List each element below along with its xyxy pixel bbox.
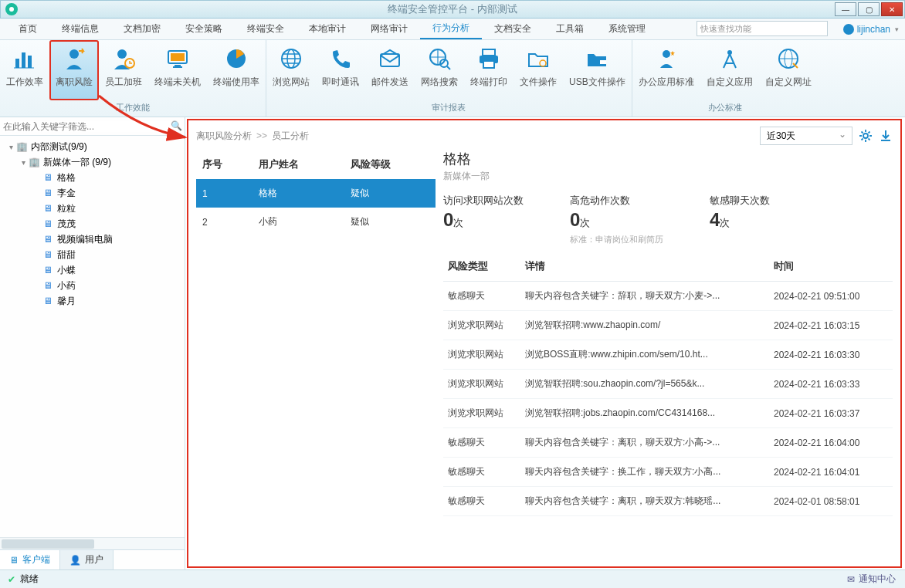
ribbon-usage-rate[interactable]: 终端使用率: [207, 40, 266, 100]
stat-sensitive-chat: 敏感聊天次数 4次: [710, 194, 770, 245]
breadcrumb-sep: >>: [256, 130, 267, 141]
status-text: 就绪: [20, 573, 39, 586]
risk-row[interactable]: 敏感聊天聊天内容包含关键字：离职，聊天双方:小高->...2024-02-21 …: [443, 428, 893, 458]
employee-row[interactable]: 1 格格 疑似: [196, 179, 436, 208]
svg-rect-20: [600, 60, 606, 64]
user-menu[interactable]: lijinchan ▾: [843, 19, 899, 39]
search-icon[interactable]: 🔍: [171, 120, 181, 131]
ribbon-turnover-risk[interactable]: 离职风险: [49, 40, 99, 100]
notification-center[interactable]: ✉ 通知中心: [847, 573, 896, 586]
tree-client[interactable]: 🖥甜甜: [0, 247, 185, 262]
download-icon[interactable]: [879, 129, 893, 143]
ribbon-group-label: 工作效能: [0, 100, 266, 117]
pc-icon: 🖥: [42, 250, 54, 259]
menu-doc-encrypt[interactable]: 文档加密: [111, 19, 173, 39]
phone-icon: [328, 46, 353, 71]
risk-row[interactable]: 浏览求职网站浏览智联招聘:www.zhaopin.com/2024-02-21 …: [443, 311, 893, 340]
ribbon-not-shutdown[interactable]: 终端未关机: [148, 40, 207, 100]
menu-local-audit[interactable]: 本地审计: [297, 19, 358, 39]
menu-doc-security[interactable]: 文档安全: [482, 19, 544, 39]
ribbon-work-efficiency[interactable]: 工作效率: [0, 40, 49, 100]
menu-terminal-security[interactable]: 终端安全: [235, 19, 297, 39]
tree-client[interactable]: 🖥李金: [0, 185, 185, 201]
folder-usb-icon: [585, 46, 609, 71]
pc-icon: 🖥: [42, 188, 54, 198]
ribbon-im[interactable]: 即时通讯: [316, 40, 365, 100]
menu-network-audit[interactable]: 网络审计: [358, 19, 420, 39]
quick-search-input[interactable]: 快速查找功能: [697, 21, 828, 36]
risk-row[interactable]: 敏感聊天聊天内容包含关键字：辞职，聊天双方:小麦->...2024-02-21 …: [443, 282, 893, 311]
window-controls: — ▢ ✕: [835, 2, 903, 16]
ribbon-fileop[interactable]: 文件操作: [514, 40, 563, 100]
sidebar-tabs: 🖥客户端 👤用户: [0, 549, 185, 569]
ribbon-websearch[interactable]: 网络搜索: [415, 40, 464, 100]
pie-chart-icon: [224, 46, 249, 71]
breadcrumb-item[interactable]: 离职风险分析: [196, 130, 252, 143]
sidebar-tab-client[interactable]: 🖥客户端: [0, 550, 60, 569]
sidebar-scrollbar[interactable]: [0, 537, 185, 549]
risk-row[interactable]: 浏览求职网站浏览智联招聘:sou.zhaopin.com/?jl=565&k..…: [443, 370, 893, 399]
risk-row[interactable]: 敏感聊天聊天内容包含关键字：换工作，聊天双方:小高...2024-02-21 1…: [443, 458, 893, 487]
svg-point-4: [117, 49, 127, 59]
ribbon-usb-fileop[interactable]: USB文件操作: [563, 40, 632, 100]
close-button[interactable]: ✕: [881, 2, 903, 16]
minimize-button[interactable]: —: [835, 2, 856, 16]
tree-client[interactable]: 🖥粒粒: [0, 201, 185, 216]
content-toolbar: 近30天: [760, 127, 893, 145]
ribbon-print[interactable]: 终端打印: [464, 40, 514, 100]
chevron-down-icon: ▾: [895, 25, 899, 33]
gear-icon[interactable]: [859, 129, 873, 143]
org-tree: ▾🏢内部测试(9/9) ▾🏢新媒体一部 (9/9) 🖥格格 🖥李金 🖥粒粒 🖥茂…: [0, 136, 185, 537]
sidebar: 🔍 ▾🏢内部测试(9/9) ▾🏢新媒体一部 (9/9) 🖥格格 🖥李金 🖥粒粒 …: [0, 117, 185, 569]
tree-client[interactable]: 🖥茂茂: [0, 216, 185, 231]
employee-row[interactable]: 2 小药 疑似: [196, 208, 436, 236]
svg-point-3: [69, 49, 79, 59]
risk-row[interactable]: 敏感聊天聊天内容包含关键字：离职，聊天双方:韩晓瑶...2024-02-01 0…: [443, 487, 893, 516]
user-icon: [843, 24, 854, 35]
maximize-button[interactable]: ▢: [858, 2, 880, 16]
menu-home[interactable]: 首页: [6, 19, 49, 39]
menu-terminal-info[interactable]: 终端信息: [49, 19, 111, 39]
sidebar-filter[interactable]: 🔍: [0, 117, 185, 136]
ribbon-overtime[interactable]: 员工加班: [99, 40, 148, 100]
ribbon-custom-app[interactable]: 自定义应用: [700, 40, 759, 100]
tree-client[interactable]: 🖥视频编辑电脑: [0, 231, 185, 247]
menu-behavior-analysis[interactable]: 行为分析: [420, 19, 482, 39]
pc-icon: 🖥: [42, 281, 54, 290]
risk-row[interactable]: 浏览求职网站浏览BOSS直聘:www.zhipin.com/sem/10.ht.…: [443, 340, 893, 370]
sidebar-tab-user[interactable]: 👤用户: [60, 550, 114, 569]
folder-gear-icon: [526, 46, 551, 71]
pc-icon: 🖥: [42, 296, 54, 306]
user-name: lijinchan: [857, 24, 890, 35]
col-risk-type: 风险类型: [443, 252, 520, 282]
tree-client[interactable]: 🖥馨月: [0, 293, 185, 309]
ribbon-office-std[interactable]: 办公应用标准: [632, 40, 700, 100]
menu-security-policy[interactable]: 安全策略: [173, 19, 235, 39]
ribbon-email[interactable]: 邮件发送: [365, 40, 415, 100]
ribbon-custom-url[interactable]: 自定义网址: [759, 40, 818, 100]
globe-edit-icon: [776, 46, 801, 71]
ribbon-group-label: 审计报表: [266, 100, 632, 117]
menu-toolbox[interactable]: 工具箱: [544, 19, 596, 39]
risk-row[interactable]: 浏览求职网站浏览智联招聘:jobs.zhaopin.com/CC4314168.…: [443, 399, 893, 428]
tree-client[interactable]: 🖥小药: [0, 278, 185, 293]
statusbar: ✔ 就绪 ✉ 通知中心: [0, 569, 905, 588]
ribbon-group-office: 办公应用标准 自定义应用 自定义网址 办公标准: [632, 40, 818, 117]
svg-rect-7: [171, 53, 185, 61]
svg-rect-18: [483, 61, 494, 68]
titlebar: 终端安全管控平台 - 内部测试 — ▢ ✕: [0, 0, 905, 19]
check-icon: ✔: [8, 574, 15, 585]
globe-icon: [279, 46, 303, 71]
tree-root[interactable]: ▾🏢内部测试(9/9): [0, 139, 185, 154]
svg-rect-1: [22, 52, 25, 68]
window-title: 终端安全管控平台 - 内部测试: [1, 2, 904, 16]
tree-client[interactable]: 🖥小蝶: [0, 262, 185, 278]
menu-system-mgmt[interactable]: 系统管理: [596, 19, 658, 39]
ribbon-browse[interactable]: 浏览网站: [266, 40, 316, 100]
col-time: 时间: [769, 252, 893, 282]
tree-client[interactable]: 🖥格格: [0, 170, 185, 185]
date-range-select[interactable]: 近30天: [760, 127, 852, 145]
tree-group[interactable]: ▾🏢新媒体一部 (9/9): [0, 154, 185, 170]
stats-row: 访问求职网站次数 0次 高危动作次数 0次 标准：申请岗位和刷简历 敏感聊天次数…: [443, 194, 893, 245]
filter-input[interactable]: [3, 121, 181, 132]
